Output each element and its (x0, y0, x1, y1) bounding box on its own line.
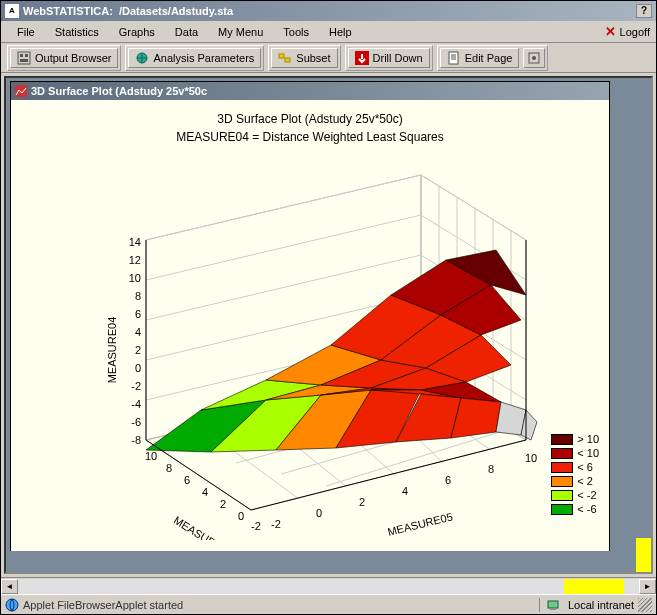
x-axis-label: MEASURE05 (386, 510, 454, 538)
svg-text:6: 6 (135, 308, 141, 320)
surface-svg: 14 12 10 8 6 4 2 0 -2 -4 -6 -8 (51, 150, 581, 540)
app-titlebar: A WebSTATISTICA: /Datasets/Adstudy.sta ? (1, 1, 656, 21)
svg-point-10 (532, 56, 536, 60)
yellow-hscroll-segment (564, 579, 624, 594)
svg-rect-5 (279, 54, 284, 58)
svg-rect-6 (285, 58, 290, 62)
legend-swatch (551, 490, 573, 501)
svg-rect-8 (449, 52, 458, 64)
menu-statistics[interactable]: Statistics (45, 24, 109, 40)
chart-child-window: 3D Surface Plot (Adstudy 25v*50c 3D Surf… (10, 81, 610, 551)
svg-text:10: 10 (525, 452, 537, 464)
intranet-icon (546, 598, 560, 612)
app-title: WebSTATISTICA: /Datasets/Adstudy.sta (23, 5, 636, 17)
extra-tool-icon (527, 51, 541, 65)
statusbar: Applet FileBrowserApplet started Local i… (1, 594, 656, 614)
svg-text:2: 2 (359, 496, 365, 508)
legend-item: < 2 (551, 474, 599, 488)
legend-swatch (551, 476, 573, 487)
svg-rect-1 (20, 54, 23, 57)
menu-mymenu[interactable]: My Menu (208, 24, 273, 40)
svg-text:10: 10 (129, 272, 141, 284)
drill-down-icon (355, 51, 369, 65)
applet-icon (5, 598, 19, 612)
menu-graphs[interactable]: Graphs (109, 24, 165, 40)
svg-text:-6: -6 (131, 416, 141, 428)
scroll-right-button[interactable]: ► (639, 579, 656, 594)
security-zone-label: Local intranet (568, 599, 634, 611)
svg-text:14: 14 (129, 236, 141, 248)
svg-rect-0 (18, 52, 30, 64)
z-axis-label: MEASURE04 (106, 317, 118, 384)
legend-swatch (551, 448, 573, 459)
legend-swatch (551, 462, 573, 473)
legend-item: < 10 (551, 446, 599, 460)
chart-title: 3D Surface Plot (Adstudy 25v*50c) (11, 112, 609, 126)
menu-help[interactable]: Help (319, 24, 362, 40)
y-axis-label: MEASURE06 (172, 514, 235, 540)
toolbar: Output Browser Analysis Parameters Subse… (1, 43, 656, 73)
chart-legend: > 10 < 10 < 6 < 2 < -2 < -6 (551, 432, 599, 516)
svg-text:4: 4 (202, 486, 208, 498)
chart-canvas[interactable]: 3D Surface Plot (Adstudy 25v*50c) MEASUR… (11, 100, 609, 551)
scroll-left-button[interactable]: ◄ (1, 579, 18, 594)
extra-tool-button[interactable] (523, 48, 545, 68)
help-button[interactable]: ? (636, 4, 652, 18)
svg-text:6: 6 (184, 474, 190, 486)
svg-text:-2: -2 (251, 520, 261, 532)
svg-text:6: 6 (445, 474, 451, 486)
app-icon: A (5, 4, 19, 18)
svg-rect-3 (20, 59, 28, 62)
svg-rect-11 (15, 85, 27, 97)
menu-file[interactable]: File (7, 24, 45, 40)
svg-text:10: 10 (145, 450, 157, 462)
legend-swatch (551, 434, 573, 445)
svg-text:0: 0 (135, 362, 141, 374)
mdi-area: 3D Surface Plot (Adstudy 25v*50c 3D Surf… (4, 76, 653, 574)
svg-text:8: 8 (166, 462, 172, 474)
legend-item: < -6 (551, 502, 599, 516)
svg-text:8: 8 (488, 463, 494, 475)
chart-subtitle: MEASURE04 = Distance Weighted Least Squa… (11, 130, 609, 144)
svg-text:4: 4 (135, 326, 141, 338)
yellow-vscroll-segment (636, 538, 651, 574)
svg-text:0: 0 (316, 507, 322, 519)
chart-window-titlebar[interactable]: 3D Surface Plot (Adstudy 25v*50c (11, 82, 609, 100)
svg-text:0: 0 (238, 510, 244, 522)
svg-text:12: 12 (129, 254, 141, 266)
output-browser-icon (17, 51, 31, 65)
resize-grip[interactable] (638, 598, 652, 612)
menu-tools[interactable]: Tools (273, 24, 319, 40)
menu-data[interactable]: Data (165, 24, 208, 40)
legend-swatch (551, 504, 573, 515)
logoff-label: Logoff (620, 26, 650, 38)
drill-down-button[interactable]: Drill Down (348, 48, 430, 68)
horizontal-scrollbar[interactable]: ◄ ► (1, 577, 656, 594)
output-browser-button[interactable]: Output Browser (10, 48, 118, 68)
analysis-parameters-icon (135, 51, 149, 65)
svg-rect-2 (25, 54, 28, 57)
svg-text:-2: -2 (271, 518, 281, 530)
svg-rect-62 (550, 608, 556, 610)
svg-text:-2: -2 (131, 380, 141, 392)
legend-item: < -2 (551, 488, 599, 502)
legend-item: < 6 (551, 460, 599, 474)
svg-rect-61 (548, 601, 558, 608)
scroll-track[interactable] (18, 579, 639, 594)
chart-window-icon (15, 85, 27, 97)
logoff-button[interactable]: ✕ Logoff (605, 24, 650, 39)
subset-button[interactable]: Subset (271, 48, 337, 68)
status-text: Applet FileBrowserApplet started (23, 599, 535, 611)
security-zone: Local intranet (539, 598, 634, 612)
analysis-parameters-button[interactable]: Analysis Parameters (128, 48, 261, 68)
svg-text:8: 8 (135, 290, 141, 302)
chart-window-title: 3D Surface Plot (Adstudy 25v*50c (31, 85, 207, 97)
edit-page-icon (447, 51, 461, 65)
svg-text:2: 2 (135, 344, 141, 356)
legend-item: > 10 (551, 432, 599, 446)
menubar: File Statistics Graphs Data My Menu Tool… (1, 21, 656, 43)
svg-point-60 (6, 599, 18, 611)
svg-marker-32 (496, 402, 526, 435)
edit-page-button[interactable]: Edit Page (440, 48, 520, 68)
svg-text:2: 2 (220, 498, 226, 510)
